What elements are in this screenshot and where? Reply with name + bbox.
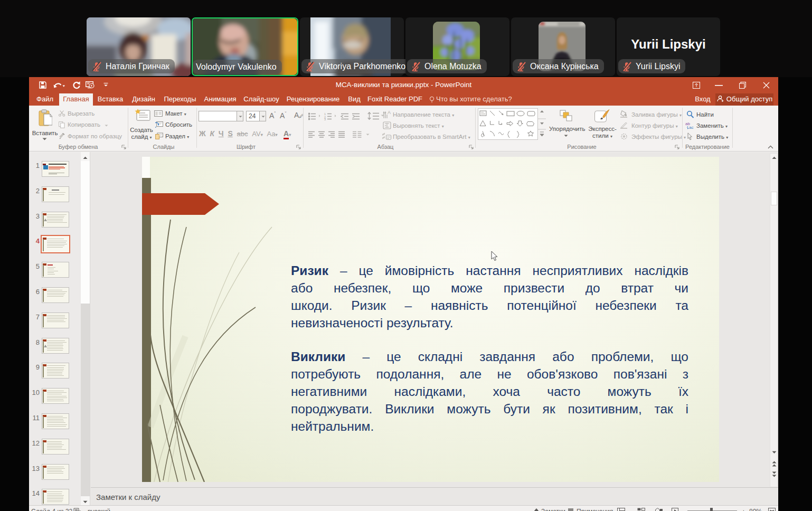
svg-text:ac: ac — [689, 125, 693, 129]
svg-text:A: A — [388, 110, 391, 115]
svg-text:3: 3 — [324, 118, 326, 120]
